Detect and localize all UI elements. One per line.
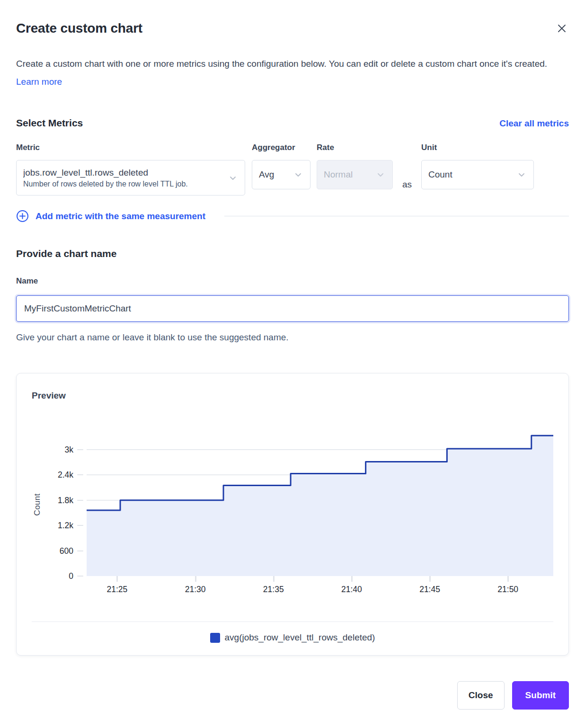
y-tick-label: 0 bbox=[69, 571, 73, 581]
aggregator-label: Aggregator bbox=[252, 143, 310, 152]
submit-button[interactable]: Submit bbox=[512, 681, 569, 710]
unit-field: Unit Count bbox=[421, 143, 534, 189]
chevron-down-icon bbox=[293, 169, 303, 180]
add-metric-row: Add metric with the same measurement bbox=[16, 210, 569, 222]
x-tick-label: 21:50 bbox=[497, 585, 518, 595]
rate-select-value: Normal bbox=[324, 169, 353, 180]
metric-field: Metric jobs.row_level_ttl.rows_deleted N… bbox=[16, 143, 245, 195]
preview-card: Preview Count 06001.2k1.8k2.4k3k 21:2521… bbox=[16, 373, 569, 656]
rate-label: Rate bbox=[317, 143, 393, 152]
y-tick-label: 1.8k bbox=[58, 495, 73, 506]
unit-select[interactable]: Count bbox=[421, 160, 534, 189]
clear-all-metrics-link[interactable]: Clear all metrics bbox=[499, 118, 569, 129]
create-custom-chart-modal: Create custom chart Create a custom char… bbox=[0, 0, 585, 728]
unit-label: Unit bbox=[421, 143, 534, 152]
modal-header: Create custom chart bbox=[16, 0, 569, 36]
rate-field: Rate Normal bbox=[317, 143, 393, 189]
name-helper-text: Give your chart a name or leave it blank… bbox=[16, 332, 569, 343]
close-button[interactable]: Close bbox=[457, 681, 505, 710]
learn-more-link[interactable]: Learn more bbox=[16, 77, 62, 87]
page-title: Create custom chart bbox=[16, 21, 142, 36]
aggregator-select[interactable]: Avg bbox=[252, 160, 310, 189]
modal-description: Create a custom chart with one or more m… bbox=[16, 55, 565, 91]
aggregator-select-value: Avg bbox=[259, 169, 274, 180]
y-tick-label: 600 bbox=[60, 546, 73, 556]
chevron-down-icon bbox=[516, 169, 527, 180]
select-metrics-heading: Select Metrics bbox=[16, 117, 83, 129]
y-tick-label: 3k bbox=[65, 444, 73, 455]
name-label: Name bbox=[16, 276, 569, 286]
x-tick-label: 21:25 bbox=[107, 585, 128, 595]
metric-select[interactable]: jobs.row_level_ttl.rows_deleted Number o… bbox=[16, 160, 245, 195]
y-tick-label: 1.2k bbox=[58, 520, 73, 531]
x-tick-label: 21:45 bbox=[419, 585, 440, 595]
metric-select-description: Number of rows deleted by the row level … bbox=[23, 180, 188, 188]
chevron-down-icon bbox=[228, 173, 238, 183]
chart-plot bbox=[87, 433, 553, 576]
x-tick-label: 21:30 bbox=[185, 585, 206, 595]
legend-label: avg(jobs_row_level_ttl_rows_deleted) bbox=[225, 632, 375, 643]
chart-plot-area: 21:2521:3021:3521:4021:4521:50 bbox=[87, 433, 553, 576]
rate-select: Normal bbox=[317, 160, 393, 189]
preview-chart: Count 06001.2k1.8k2.4k3k 21:2521:3021:35… bbox=[32, 433, 553, 576]
as-label: as bbox=[393, 179, 421, 190]
x-axis-ticks bbox=[87, 576, 553, 582]
x-tick-label: 21:40 bbox=[341, 585, 362, 595]
aggregator-field: Aggregator Avg bbox=[252, 143, 310, 189]
y-axis-tick-labels: 06001.2k1.8k2.4k3k bbox=[45, 433, 77, 576]
close-icon[interactable] bbox=[555, 21, 569, 36]
x-tick-label: 21:35 bbox=[263, 585, 284, 595]
plus-circle-icon bbox=[16, 210, 29, 222]
modal-footer: Close Submit bbox=[16, 681, 569, 710]
preview-heading: Preview bbox=[32, 391, 553, 401]
chart-legend: avg(jobs_row_level_ttl_rows_deleted) bbox=[32, 632, 553, 643]
add-metric-label: Add metric with the same measurement bbox=[35, 211, 205, 222]
x-axis-tick-labels: 21:2521:3021:3521:4021:4521:50 bbox=[87, 585, 553, 597]
modal-description-text: Create a custom chart with one or more m… bbox=[16, 59, 547, 69]
y-axis-ticks bbox=[77, 433, 87, 576]
y-tick-label: 2.4k bbox=[58, 470, 73, 480]
add-metric-link[interactable]: Add metric with the same measurement bbox=[16, 210, 205, 222]
y-axis-title: Count bbox=[33, 494, 42, 516]
select-metrics-row: Select Metrics Clear all metrics bbox=[16, 117, 569, 129]
chart-name-input[interactable] bbox=[16, 295, 569, 322]
metric-config-row: Metric jobs.row_level_ttl.rows_deleted N… bbox=[16, 143, 569, 195]
divider bbox=[32, 621, 553, 622]
chevron-down-icon bbox=[375, 169, 386, 180]
metric-label: Metric bbox=[16, 143, 245, 152]
metric-select-value: jobs.row_level_ttl.rows_deleted bbox=[23, 168, 188, 178]
divider bbox=[224, 216, 569, 216]
metric-select-texts: jobs.row_level_ttl.rows_deleted Number o… bbox=[23, 168, 188, 188]
unit-select-value: Count bbox=[428, 169, 452, 180]
legend-swatch bbox=[210, 633, 220, 643]
chart-name-heading: Provide a chart name bbox=[16, 248, 569, 259]
